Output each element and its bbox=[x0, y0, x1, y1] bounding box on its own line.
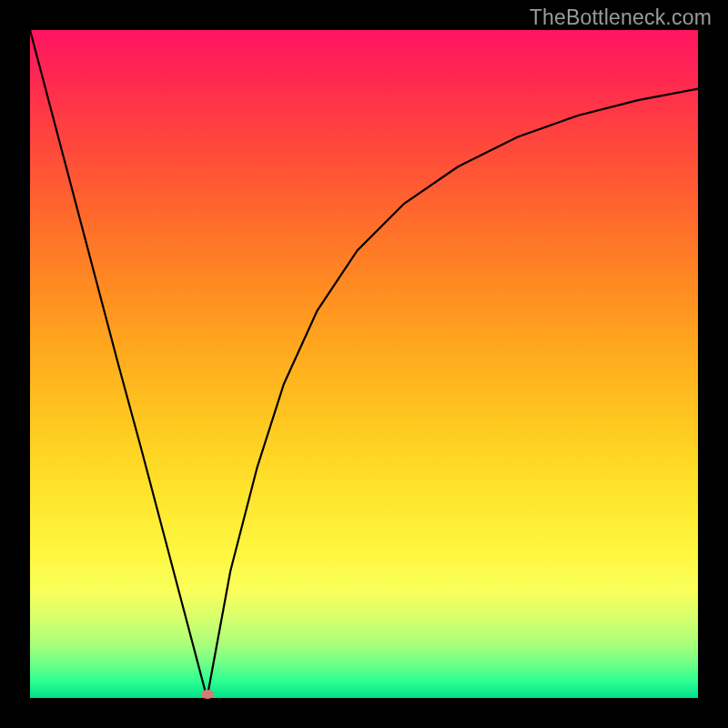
optimum-marker bbox=[201, 690, 214, 699]
curve-right-branch bbox=[207, 89, 698, 698]
watermark-text: TheBottleneck.com bbox=[530, 5, 712, 30]
curve-left-branch bbox=[30, 30, 207, 698]
chart-frame: TheBottleneck.com bbox=[0, 0, 728, 728]
curve-layer bbox=[30, 30, 698, 698]
